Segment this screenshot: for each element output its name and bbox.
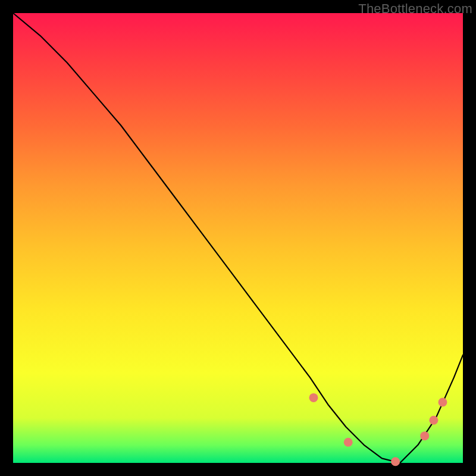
data-segment <box>300 380 309 391</box>
data-point <box>344 438 353 447</box>
data-segment <box>263 325 268 332</box>
data-segment <box>377 460 389 461</box>
data-segment <box>273 342 283 355</box>
data-point <box>391 457 400 466</box>
watermark-text: TheBottleneck.com <box>358 1 472 17</box>
data-point <box>309 393 318 402</box>
chart-svg <box>13 13 463 463</box>
data-segment <box>317 403 328 418</box>
chart-plot-area <box>13 13 463 463</box>
data-point <box>420 431 429 440</box>
bottleneck-curve <box>13 13 463 463</box>
data-segment <box>285 359 296 375</box>
data-markers <box>263 325 447 466</box>
data-point <box>429 416 438 425</box>
data-segment <box>333 423 342 435</box>
data-segment <box>357 450 372 459</box>
data-point <box>438 397 447 406</box>
